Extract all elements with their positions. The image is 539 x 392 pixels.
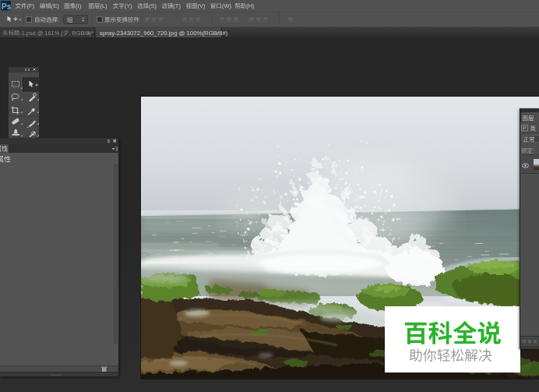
svg-text:(H): (H) bbox=[246, 2, 255, 9]
svg-text:(F): (F) bbox=[27, 2, 35, 9]
svg-text:P: P bbox=[523, 125, 527, 131]
svg-text:spray-2343072_960_720.jpg @ 10: spray-2343072_960_720.jpg @ 100%(RGB/8#) bbox=[100, 30, 228, 37]
svg-text:×: × bbox=[215, 30, 219, 37]
svg-text:(S): (S) bbox=[149, 2, 157, 9]
svg-text:×: × bbox=[87, 30, 91, 37]
svg-text::: : bbox=[533, 147, 534, 154]
svg-text:(V): (V) bbox=[198, 2, 206, 9]
svg-text:-1.psd @ 161% (: -1.psd @ 161% ( bbox=[19, 30, 63, 37]
svg-text:(Y): (Y) bbox=[125, 2, 133, 9]
svg-text:(E): (E) bbox=[51, 2, 60, 9]
svg-text:Ps: Ps bbox=[2, 2, 12, 11]
svg-text:(W): (W) bbox=[222, 2, 232, 9]
svg-text:(T): (T) bbox=[173, 2, 181, 9]
svg-text:(I): (I) bbox=[76, 2, 82, 9]
svg-text::: : bbox=[58, 16, 59, 23]
svg-text:(L): (L) bbox=[100, 2, 107, 9]
